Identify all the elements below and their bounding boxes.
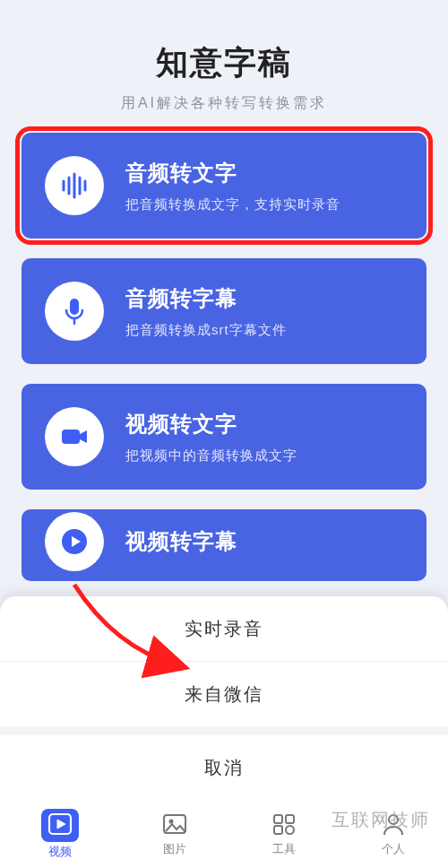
bottom-tab-bar: 视频 图片 工具 个人 <box>0 800 448 868</box>
card-video-to-subtitle[interactable]: 视频转字幕 <box>22 509 426 581</box>
page-title: 知意字稿 <box>0 41 448 85</box>
tab-tools[interactable]: 工具 <box>271 812 297 857</box>
card-video-to-text[interactable]: 视频转文字 把视频中的音频转换成文字 <box>22 384 426 490</box>
app-screen: 知意字稿 用AI解决各种转写转换需求 音频转文字 把音频转换成文字，支持实时录音 <box>0 0 448 868</box>
svg-point-15 <box>286 826 294 834</box>
card-desc: 把音频转换成srt字幕文件 <box>125 322 287 339</box>
svg-point-16 <box>389 815 398 824</box>
microphone-icon <box>45 282 104 341</box>
tab-label: 视频 <box>48 844 72 860</box>
tools-tab-icon <box>271 812 297 839</box>
tab-label: 图片 <box>163 841 186 857</box>
card-desc: 把视频中的音频转换成文字 <box>125 447 297 464</box>
card-audio-to-subtitle[interactable]: 音频转字幕 把音频转换成srt字幕文件 <box>22 258 426 364</box>
play-tab-icon <box>41 809 79 842</box>
page-subtitle: 用AI解决各种转写转换需求 <box>0 94 448 113</box>
card-title: 音频转字幕 <box>125 284 287 313</box>
tab-video[interactable]: 视频 <box>41 809 79 860</box>
video-icon <box>45 407 104 466</box>
card-text: 音频转字幕 把音频转换成srt字幕文件 <box>125 284 287 339</box>
tab-label: 个人 <box>382 841 405 857</box>
tab-person[interactable]: 个人 <box>380 812 407 857</box>
card-title: 视频转字幕 <box>125 527 237 556</box>
play-icon <box>45 512 104 571</box>
card-title: 音频转文字 <box>125 159 340 187</box>
card-text: 视频转字幕 <box>125 527 237 556</box>
divider <box>0 726 448 735</box>
sheet-item-record[interactable]: 实时录音 <box>0 596 448 661</box>
svg-rect-5 <box>70 299 79 315</box>
card-desc: 把音频转换成文字，支持实时录音 <box>125 196 340 213</box>
sheet-cancel[interactable]: 取消 <box>0 735 448 800</box>
sheet-item-from-wechat[interactable]: 来自微信 <box>0 662 448 726</box>
card-text: 音频转文字 把音频转换成文字，支持实时录音 <box>125 159 340 213</box>
wave-icon <box>45 156 104 215</box>
tab-image[interactable]: 图片 <box>161 812 188 857</box>
svg-point-11 <box>169 819 174 823</box>
tab-label: 工具 <box>272 841 296 857</box>
person-tab-icon <box>380 812 407 839</box>
image-tab-icon <box>161 812 188 839</box>
svg-rect-7 <box>62 430 80 444</box>
svg-rect-13 <box>286 815 294 823</box>
svg-rect-12 <box>274 815 282 823</box>
header: 知意字稿 用AI解决各种转写转换需求 <box>0 0 448 113</box>
card-text: 视频转文字 把视频中的音频转换成文字 <box>125 410 297 464</box>
card-title: 视频转文字 <box>125 410 297 438</box>
card-audio-to-text[interactable]: 音频转文字 把音频转换成文字，支持实时录音 <box>22 133 426 239</box>
feature-card-list: 音频转文字 把音频转换成文字，支持实时录音 音频转字幕 把音频转换成srt字幕文… <box>0 113 448 581</box>
svg-rect-14 <box>274 826 282 834</box>
